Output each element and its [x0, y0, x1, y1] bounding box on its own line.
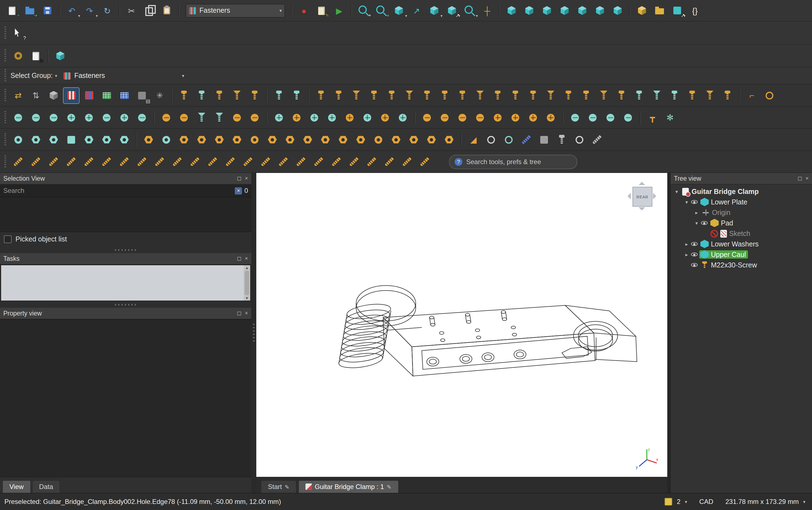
- tree-expander-icon[interactable]: ▸: [693, 210, 700, 215]
- pan-head-screw-icon[interactable]: [567, 110, 583, 125]
- countersunk-screw-icon[interactable]: [472, 88, 488, 103]
- panel-tab-data[interactable]: Data: [32, 480, 60, 493]
- threaded-rod-icon[interactable]: [99, 154, 114, 169]
- hex-head-screw-icon[interactable]: [543, 110, 558, 125]
- measure-icon[interactable]: ┼: [480, 3, 494, 18]
- hex-nut-icon[interactable]: [441, 132, 457, 147]
- panel-splitter[interactable]: [251, 173, 256, 493]
- hex-nut-icon[interactable]: [176, 132, 192, 147]
- picked-object-checkbox[interactable]: [4, 235, 11, 243]
- panel-resize-grip[interactable]: [0, 247, 251, 253]
- pan-head-screw-icon[interactable]: [620, 110, 636, 125]
- cross-recess-screw-icon[interactable]: [271, 110, 287, 125]
- hex-cap-screw-icon[interactable]: [313, 88, 329, 103]
- socket-screw-icon[interactable]: [331, 88, 346, 103]
- copy-icon[interactable]: [142, 3, 156, 18]
- hex-cap-screw-icon[interactable]: [419, 88, 435, 103]
- select-group-chevron-icon[interactable]: ▾: [55, 73, 57, 78]
- toolbar-grip[interactable]: [4, 49, 6, 62]
- threaded-rod-icon[interactable]: [382, 154, 397, 169]
- nav-cube-up-arrow-icon[interactable]: [639, 178, 645, 185]
- hex-cap-screw-icon[interactable]: [176, 88, 192, 103]
- countersunk-screw-icon[interactable]: [402, 88, 417, 103]
- visibility-eye-icon[interactable]: [691, 251, 698, 258]
- cross-recess-screw-icon[interactable]: [377, 110, 393, 125]
- hex-head-screw-icon[interactable]: [419, 110, 435, 125]
- toolbar-grip[interactable]: [4, 111, 6, 124]
- tree-expander-icon[interactable]: ▾: [693, 220, 700, 226]
- raised-head-screw-icon[interactable]: [99, 110, 114, 125]
- pan-head-screw-icon[interactable]: [229, 110, 245, 125]
- washer-icon[interactable]: [10, 132, 26, 147]
- countersunk-screw-icon[interactable]: [596, 88, 611, 103]
- redo-icon[interactable]: ↷▾: [82, 3, 97, 18]
- navigation-style-label[interactable]: CAD: [699, 498, 714, 506]
- view-rear-icon[interactable]: [575, 3, 589, 18]
- hex-nut-icon[interactable]: [265, 132, 280, 147]
- socket-screw-icon[interactable]: [437, 88, 453, 103]
- nav-cube-face[interactable]: REAR: [633, 187, 652, 207]
- u-hook-icon[interactable]: [572, 132, 587, 147]
- countersunk-screw-icon[interactable]: [229, 88, 245, 103]
- tasks-empty-area[interactable]: [1, 265, 243, 301]
- slotted-screw-icon[interactable]: [158, 110, 174, 125]
- hex-nut-icon[interactable]: [141, 132, 156, 147]
- tree-item-sketch[interactable]: Sketch: [671, 228, 812, 239]
- macro-edit-icon[interactable]: ✎: [314, 3, 329, 18]
- hex-nut-icon[interactable]: [424, 132, 439, 147]
- slotted-screw-icon[interactable]: [46, 110, 61, 125]
- view-bottom-icon[interactable]: [593, 3, 607, 18]
- nav-cube-right-arrow-icon[interactable]: [653, 193, 660, 199]
- hex-nut-icon[interactable]: [282, 132, 298, 147]
- toolbar-search-box[interactable]: ? Search tools, prefs & tree: [449, 154, 577, 169]
- eye-bolt-icon[interactable]: [762, 88, 777, 103]
- threaded-rod-icon[interactable]: [364, 154, 379, 169]
- panel-tab-view[interactable]: View: [2, 480, 31, 493]
- export-icon[interactable]: ↗▾: [670, 3, 685, 18]
- threaded-rod-icon[interactable]: [276, 154, 291, 169]
- pan-head-screw-icon[interactable]: [28, 110, 44, 125]
- pan-head-screw-icon[interactable]: [134, 110, 150, 125]
- hex-cap-screw-icon[interactable]: [366, 88, 382, 103]
- nav-cube-left-arrow-icon[interactable]: [624, 193, 631, 199]
- view-right-icon[interactable]: [557, 3, 572, 18]
- countersunk-screw-icon[interactable]: [543, 88, 558, 103]
- wedge-icon[interactable]: ◢: [466, 132, 481, 147]
- o-ring-icon[interactable]: [501, 132, 517, 147]
- tree-item-pad[interactable]: ▾Pad: [671, 218, 812, 228]
- tree-splitter[interactable]: [667, 173, 670, 493]
- scroll-thumb[interactable]: [245, 271, 249, 295]
- threaded-rod-icon[interactable]: [187, 154, 203, 169]
- threaded-insert-icon[interactable]: [536, 132, 552, 147]
- cut-icon[interactable]: ✂: [124, 3, 139, 18]
- bearing-washer-icon[interactable]: [11, 49, 25, 63]
- hex-head-screw-icon[interactable]: [508, 110, 523, 125]
- macro-record-icon[interactable]: ●: [297, 3, 311, 18]
- hook-bolt-icon[interactable]: ⌐: [744, 88, 759, 103]
- threaded-rod-icon[interactable]: [81, 154, 97, 169]
- view-left-icon[interactable]: [610, 3, 625, 18]
- threaded-rod-icon[interactable]: [258, 154, 273, 169]
- tree-expander-icon[interactable]: ▸: [683, 241, 691, 247]
- socket-screw-icon[interactable]: [508, 88, 523, 103]
- threaded-rod-icon[interactable]: [28, 154, 44, 169]
- hex-cap-screw-icon[interactable]: [720, 88, 735, 103]
- float-panel-icon[interactable]: ◻: [237, 176, 242, 181]
- pencil-tool-icon[interactable]: [589, 132, 605, 147]
- tree-item-lower-washers[interactable]: ▸Lower Washers: [671, 239, 812, 249]
- navigation-cube[interactable]: REAR: [623, 177, 661, 215]
- cross-recess-screw-icon[interactable]: [342, 110, 357, 125]
- toolbar-grip[interactable]: [4, 133, 6, 146]
- threaded-rod-icon[interactable]: [329, 154, 344, 169]
- hex-head-screw-icon[interactable]: [455, 110, 470, 125]
- pan-head-screw-icon[interactable]: [603, 110, 618, 125]
- cross-recess-screw-icon[interactable]: [395, 110, 410, 125]
- threaded-rod-icon[interactable]: [223, 154, 238, 169]
- open-document-icon[interactable]: ➜: [23, 3, 37, 18]
- tree-expander-icon[interactable]: ▾: [683, 199, 691, 205]
- bom-report-icon[interactable]: [63, 88, 79, 103]
- document-tab-guitar-bridge-clamp-1[interactable]: Guitar Bridge Clamp : 1✎: [298, 480, 399, 493]
- hex-cap-screw-icon[interactable]: [455, 88, 470, 103]
- slotted-screw-icon[interactable]: [176, 110, 192, 125]
- hex-cap-screw-icon[interactable]: [194, 88, 209, 103]
